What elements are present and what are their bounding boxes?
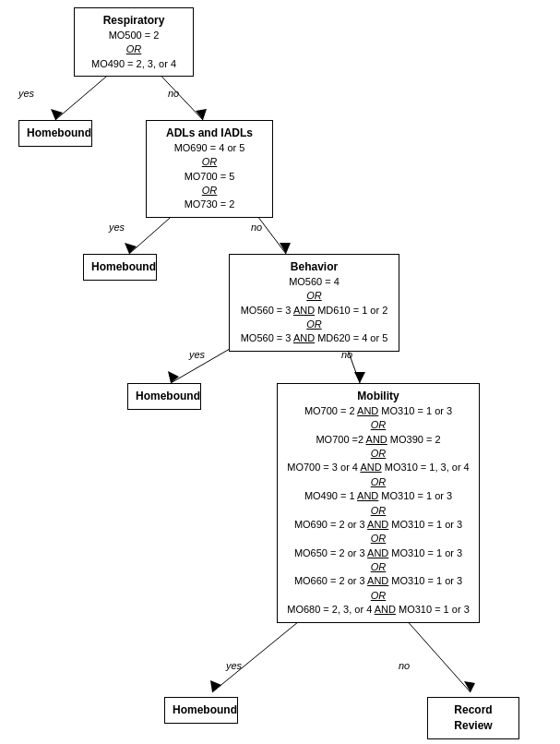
mobility-content: MO700 = 2 AND MO310 = 1 or 3 OR MO700 =2… — [285, 404, 471, 618]
and10: AND — [375, 604, 396, 615]
no-label-1: no — [168, 88, 179, 99]
and9: AND — [367, 575, 388, 586]
mobility-node: Mobility MO700 = 2 AND MO310 = 1 or 3 OR… — [277, 383, 480, 623]
svg-marker-9 — [168, 371, 179, 383]
arrows-svg — [0, 0, 560, 744]
and4: AND — [366, 434, 387, 445]
and5: AND — [360, 462, 381, 473]
or11: OR — [371, 561, 387, 572]
or7: OR — [371, 448, 387, 459]
yes-label-3: yes — [189, 349, 205, 360]
and7: AND — [367, 519, 388, 530]
homebound1-label: Homebound — [27, 126, 84, 141]
and3: AND — [357, 405, 378, 416]
homebound3-node: Homebound — [127, 383, 201, 410]
homebound2-label: Homebound — [91, 259, 149, 275]
or8: OR — [371, 476, 387, 487]
record-review-label: Record Review — [435, 702, 511, 734]
svg-marker-13 — [210, 680, 221, 692]
homebound2-node: Homebound — [83, 254, 157, 281]
and8: AND — [367, 547, 388, 558]
behavior-content: MO560 = 4 OR MO560 = 3 AND MD610 = 1 or … — [237, 275, 391, 346]
behavior-label: Behavior — [237, 259, 391, 275]
adls-node: ADLs and IADLs MO690 = 4 or 5 OR MO700 =… — [146, 120, 273, 218]
or4: OR — [306, 290, 322, 301]
respiratory-node: Respiratory MO500 = 2 OR MO490 = 2, 3, o… — [74, 7, 194, 77]
svg-marker-3 — [196, 109, 207, 120]
adls-content: MO690 = 4 or 5 OR MO700 = 5 OR MO730 = 2 — [154, 141, 265, 212]
yes-label-4: yes — [226, 660, 242, 671]
or10: OR — [371, 533, 387, 544]
or12: OR — [371, 590, 387, 601]
and1: AND — [293, 305, 315, 316]
respiratory-label: Respiratory — [82, 13, 185, 29]
decision-diagram: yes no yes no yes no yes no Respiratory … — [0, 0, 560, 744]
svg-marker-7 — [280, 243, 291, 254]
or2: OR — [202, 156, 218, 167]
and6: AND — [357, 490, 378, 501]
homebound3-label: Homebound — [136, 389, 193, 404]
and2: AND — [293, 332, 315, 343]
or9: OR — [371, 505, 387, 516]
yes-label-1: yes — [18, 88, 34, 99]
adls-label: ADLs and IADLs — [154, 126, 265, 141]
record-review-node: Record Review — [427, 697, 519, 739]
svg-marker-1 — [51, 109, 63, 120]
svg-marker-11 — [354, 372, 365, 383]
no-label-2: no — [251, 222, 262, 233]
yes-label-2: yes — [109, 222, 125, 233]
svg-marker-15 — [464, 681, 475, 692]
svg-marker-5 — [125, 243, 137, 254]
or1: OR — [126, 43, 142, 54]
homebound4-node: Homebound — [164, 697, 238, 724]
no-label-4: no — [399, 660, 410, 671]
or5: OR — [306, 318, 322, 330]
or3: OR — [202, 185, 218, 196]
mobility-label: Mobility — [285, 389, 471, 404]
homebound1-node: Homebound — [18, 120, 92, 147]
behavior-node: Behavior MO560 = 4 OR MO560 = 3 AND MD61… — [229, 254, 399, 352]
respiratory-content: MO500 = 2 OR MO490 = 2, 3, or 4 — [82, 29, 185, 71]
or6: OR — [371, 419, 387, 430]
homebound4-label: Homebound — [173, 702, 230, 718]
